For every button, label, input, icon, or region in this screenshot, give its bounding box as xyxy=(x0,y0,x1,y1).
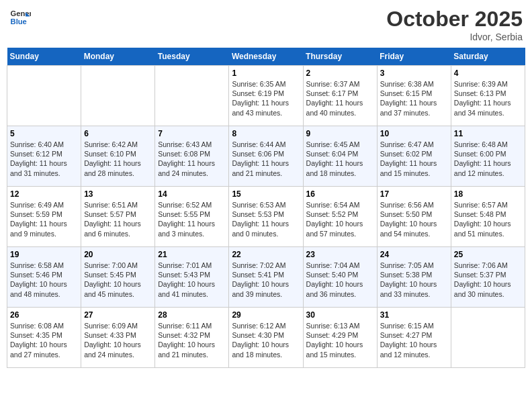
calendar-cell: 21Sunrise: 7:01 AM Sunset: 5:43 PM Dayli… xyxy=(155,247,229,308)
svg-text:Blue: Blue xyxy=(11,17,27,26)
day-info: Sunrise: 6:13 AM Sunset: 4:29 PM Dayligh… xyxy=(306,321,374,359)
day-number: 25 xyxy=(454,250,522,259)
day-info: Sunrise: 6:37 AM Sunset: 6:17 PM Dayligh… xyxy=(306,79,374,118)
day-number: 20 xyxy=(84,250,152,259)
day-number: 28 xyxy=(158,310,226,320)
day-number: 4 xyxy=(454,68,522,78)
day-info: Sunrise: 6:48 AM Sunset: 6:00 PM Dayligh… xyxy=(454,140,522,178)
day-info: Sunrise: 6:45 AM Sunset: 6:04 PM Dayligh… xyxy=(306,140,374,178)
day-number: 19 xyxy=(10,250,78,259)
calendar-cell: 6Sunrise: 6:42 AM Sunset: 6:10 PM Daylig… xyxy=(81,126,155,187)
calendar-cell: 2Sunrise: 6:37 AM Sunset: 6:17 PM Daylig… xyxy=(303,66,377,126)
calendar-cell: 13Sunrise: 6:51 AM Sunset: 5:57 PM Dayli… xyxy=(81,187,155,247)
day-info: Sunrise: 6:08 AM Sunset: 4:35 PM Dayligh… xyxy=(10,321,78,359)
day-number: 31 xyxy=(380,310,448,320)
day-info: Sunrise: 6:40 AM Sunset: 6:12 PM Dayligh… xyxy=(10,140,78,178)
day-info: Sunrise: 6:56 AM Sunset: 5:50 PM Dayligh… xyxy=(380,200,448,238)
calendar-cell: 19Sunrise: 6:58 AM Sunset: 5:46 PM Dayli… xyxy=(7,247,81,308)
day-number: 10 xyxy=(380,129,448,138)
calendar-cell xyxy=(7,66,81,126)
day-info: Sunrise: 6:58 AM Sunset: 5:46 PM Dayligh… xyxy=(10,261,78,299)
weekday-header: Wednesday xyxy=(229,48,303,66)
weekday-header: Sunday xyxy=(7,48,81,66)
calendar-table: SundayMondayTuesdayWednesdayThursdayFrid… xyxy=(7,48,525,368)
calendar-cell: 7Sunrise: 6:43 AM Sunset: 6:08 PM Daylig… xyxy=(155,126,229,187)
calendar-cell: 17Sunrise: 6:56 AM Sunset: 5:50 PM Dayli… xyxy=(377,187,451,247)
day-number: 17 xyxy=(380,189,448,199)
calendar-cell: 11Sunrise: 6:48 AM Sunset: 6:00 PM Dayli… xyxy=(451,126,525,187)
page-header: General Blue October 2025 Idvor, Serbia xyxy=(7,7,525,42)
location: Idvor, Serbia xyxy=(386,32,523,42)
calendar-cell: 8Sunrise: 6:44 AM Sunset: 6:06 PM Daylig… xyxy=(229,126,303,187)
day-number: 13 xyxy=(84,189,152,199)
calendar-cell: 24Sunrise: 7:05 AM Sunset: 5:38 PM Dayli… xyxy=(377,247,451,308)
calendar-cell: 25Sunrise: 7:06 AM Sunset: 5:37 PM Dayli… xyxy=(451,247,525,308)
month-title: October 2025 xyxy=(386,7,523,32)
day-info: Sunrise: 6:42 AM Sunset: 6:10 PM Dayligh… xyxy=(84,140,152,178)
day-number: 16 xyxy=(306,189,374,199)
day-number: 24 xyxy=(380,250,448,259)
weekday-header: Monday xyxy=(81,48,155,66)
calendar-cell: 29Sunrise: 6:12 AM Sunset: 4:30 PM Dayli… xyxy=(229,308,303,368)
day-info: Sunrise: 6:44 AM Sunset: 6:06 PM Dayligh… xyxy=(232,140,300,178)
day-number: 6 xyxy=(84,129,152,138)
calendar-cell: 16Sunrise: 6:54 AM Sunset: 5:52 PM Dayli… xyxy=(303,187,377,247)
day-info: Sunrise: 6:43 AM Sunset: 6:08 PM Dayligh… xyxy=(158,140,226,178)
day-number: 3 xyxy=(380,68,448,78)
day-info: Sunrise: 7:06 AM Sunset: 5:37 PM Dayligh… xyxy=(454,261,522,299)
weekday-header: Saturday xyxy=(451,48,525,66)
day-number: 5 xyxy=(10,129,78,138)
day-info: Sunrise: 6:52 AM Sunset: 5:55 PM Dayligh… xyxy=(158,200,226,238)
calendar-cell: 12Sunrise: 6:49 AM Sunset: 5:59 PM Dayli… xyxy=(7,187,81,247)
day-number: 26 xyxy=(10,310,78,320)
calendar-cell: 9Sunrise: 6:45 AM Sunset: 6:04 PM Daylig… xyxy=(303,126,377,187)
calendar-cell: 30Sunrise: 6:13 AM Sunset: 4:29 PM Dayli… xyxy=(303,308,377,368)
day-info: Sunrise: 7:05 AM Sunset: 5:38 PM Dayligh… xyxy=(380,261,448,299)
day-number: 22 xyxy=(232,250,300,259)
calendar-cell: 26Sunrise: 6:08 AM Sunset: 4:35 PM Dayli… xyxy=(7,308,81,368)
day-info: Sunrise: 6:47 AM Sunset: 6:02 PM Dayligh… xyxy=(380,140,448,178)
day-number: 2 xyxy=(306,68,374,78)
day-number: 21 xyxy=(158,250,226,259)
calendar-cell xyxy=(81,66,155,126)
weekday-header: Tuesday xyxy=(155,48,229,66)
day-info: Sunrise: 6:49 AM Sunset: 5:59 PM Dayligh… xyxy=(10,200,78,238)
day-number: 23 xyxy=(306,250,374,259)
day-info: Sunrise: 6:12 AM Sunset: 4:30 PM Dayligh… xyxy=(232,321,300,359)
day-number: 27 xyxy=(84,310,152,320)
day-info: Sunrise: 6:51 AM Sunset: 5:57 PM Dayligh… xyxy=(84,200,152,238)
day-info: Sunrise: 6:35 AM Sunset: 6:19 PM Dayligh… xyxy=(232,79,300,118)
calendar-cell: 28Sunrise: 6:11 AM Sunset: 4:32 PM Dayli… xyxy=(155,308,229,368)
day-number: 1 xyxy=(232,68,300,78)
day-number: 29 xyxy=(232,310,300,320)
day-number: 12 xyxy=(10,189,78,199)
day-info: Sunrise: 6:39 AM Sunset: 6:13 PM Dayligh… xyxy=(454,79,522,118)
calendar-cell: 3Sunrise: 6:38 AM Sunset: 6:15 PM Daylig… xyxy=(377,66,451,126)
day-info: Sunrise: 6:54 AM Sunset: 5:52 PM Dayligh… xyxy=(306,200,374,238)
calendar-cell xyxy=(451,308,525,368)
day-number: 14 xyxy=(158,189,226,199)
day-number: 9 xyxy=(306,129,374,138)
day-info: Sunrise: 6:57 AM Sunset: 5:48 PM Dayligh… xyxy=(454,200,522,238)
day-number: 11 xyxy=(454,129,522,138)
calendar-cell: 14Sunrise: 6:52 AM Sunset: 5:55 PM Dayli… xyxy=(155,187,229,247)
calendar-cell: 22Sunrise: 7:02 AM Sunset: 5:41 PM Dayli… xyxy=(229,247,303,308)
day-number: 7 xyxy=(158,129,226,138)
day-info: Sunrise: 6:53 AM Sunset: 5:53 PM Dayligh… xyxy=(232,200,300,238)
calendar-cell: 5Sunrise: 6:40 AM Sunset: 6:12 PM Daylig… xyxy=(7,126,81,187)
day-number: 18 xyxy=(454,189,522,199)
logo: General Blue xyxy=(9,7,31,28)
logo-icon: General Blue xyxy=(9,7,31,28)
day-info: Sunrise: 7:00 AM Sunset: 5:45 PM Dayligh… xyxy=(84,261,152,299)
weekday-header: Friday xyxy=(377,48,451,66)
calendar-cell: 20Sunrise: 7:00 AM Sunset: 5:45 PM Dayli… xyxy=(81,247,155,308)
calendar-cell: 10Sunrise: 6:47 AM Sunset: 6:02 PM Dayli… xyxy=(377,126,451,187)
svg-text:General: General xyxy=(11,9,31,17)
day-number: 15 xyxy=(232,189,300,199)
day-info: Sunrise: 7:02 AM Sunset: 5:41 PM Dayligh… xyxy=(232,261,300,299)
day-info: Sunrise: 7:01 AM Sunset: 5:43 PM Dayligh… xyxy=(158,261,226,299)
day-info: Sunrise: 7:04 AM Sunset: 5:40 PM Dayligh… xyxy=(306,261,374,299)
calendar-cell: 18Sunrise: 6:57 AM Sunset: 5:48 PM Dayli… xyxy=(451,187,525,247)
day-info: Sunrise: 6:38 AM Sunset: 6:15 PM Dayligh… xyxy=(380,79,448,118)
calendar-cell: 15Sunrise: 6:53 AM Sunset: 5:53 PM Dayli… xyxy=(229,187,303,247)
